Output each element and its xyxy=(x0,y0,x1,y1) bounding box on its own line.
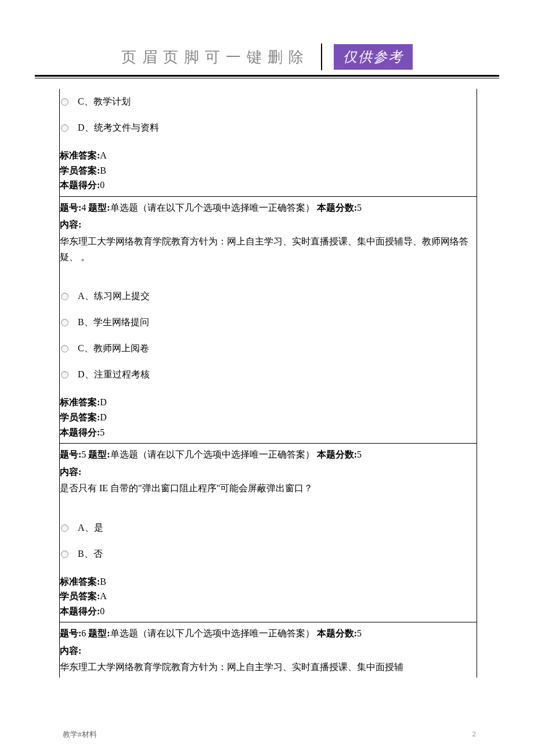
header-badge: 仅供参考 xyxy=(334,44,413,70)
std-answer-label: 标准答案: xyxy=(60,397,100,407)
option-row: A、是 xyxy=(60,515,477,541)
score-label: 本题得分: xyxy=(60,180,100,190)
stu-answer-value: B xyxy=(100,165,106,175)
question-divider xyxy=(60,622,477,622)
radio-icon[interactable] xyxy=(61,524,68,532)
question-header: 题号:4 题型:单选题（请在以下几个选项中选择唯一正确答案） 本题分数:5 xyxy=(60,198,477,215)
question-4: 题号:4 题型:单选题（请在以下几个选项中选择唯一正确答案） 本题分数:5 内容… xyxy=(60,198,477,442)
radio-icon[interactable] xyxy=(61,98,68,106)
question-divider xyxy=(60,443,477,444)
option-label: B、否 xyxy=(78,548,103,560)
q-type-value: 单选题（请在以下几个选项中选择唯一正确答案） xyxy=(110,628,315,638)
footer-left: 教学#材料 xyxy=(63,729,97,740)
header-rule-thin xyxy=(35,78,499,78)
option-row: D、统考文件与资料 xyxy=(60,115,477,141)
q-type-value: 单选题（请在以下几个选项中选择唯一正确答案） xyxy=(110,203,315,213)
options-block: A、练习网上提交 B、学生网络提问 C、教师网上阅卷 D、注重过程考核 xyxy=(60,267,477,388)
q-num-value: 4 xyxy=(81,203,86,213)
option-row: B、学生网络提问 xyxy=(60,309,477,336)
std-answer-value: D xyxy=(100,397,107,407)
question-5: 题号:5 题型:单选题（请在以下几个选项中选择唯一正确答案） 本题分数:5 内容… xyxy=(60,445,477,621)
radio-icon[interactable] xyxy=(61,550,68,558)
question-text: 华东理工大学网络教育学院教育方针为：网上自主学习、实时直播授课、集中面授辅导、教… xyxy=(60,232,477,267)
question-3-partial: C、教学计划 D、统考文件与资料 标准答案:A 学员答案:B 本题得分:0 xyxy=(60,89,477,195)
page-header: 页眉页脚可一键删除 仅供参考 xyxy=(35,44,499,70)
stu-answer-value: A xyxy=(100,591,107,601)
option-label: D、统考文件与资料 xyxy=(78,122,159,134)
question-text: 华东理工大学网络教育学院教育方针为：网上自主学习、实时直播授课、集中面授辅 xyxy=(60,658,477,677)
q-pts-label: 本题分数: xyxy=(317,203,357,213)
option-label: D、注重过程考核 xyxy=(78,369,150,381)
standard-answer: 标准答案:A xyxy=(60,148,475,163)
question-6-partial: 题号:6 题型:单选题（请在以下几个选项中选择唯一正确答案） 本题分数:5 内容… xyxy=(60,624,477,677)
content-label-row: 内容: xyxy=(60,641,477,658)
header-title: 页眉页脚可一键删除 xyxy=(121,47,309,67)
score-value: 0 xyxy=(100,180,104,190)
question-text: 是否只有 IE 自带的"弹出窗口阻止程序"可能会屏蔽弹出窗口？ xyxy=(60,479,477,498)
std-answer-label: 标准答案: xyxy=(60,577,100,586)
option-row: A、练习网上提交 xyxy=(60,283,477,309)
question-header: 题号:5 题型:单选题（请在以下几个选项中选择唯一正确答案） 本题分数:5 xyxy=(60,445,477,462)
score-line: 本题得分:0 xyxy=(60,178,475,193)
q-pts-value: 5 xyxy=(357,628,362,638)
option-label: C、教学计划 xyxy=(78,96,131,108)
q-num-value: 6 xyxy=(81,628,86,638)
student-answer: 学员答案:A xyxy=(60,589,475,604)
score-line: 本题得分:0 xyxy=(60,604,475,619)
content-label: 内容: xyxy=(60,646,81,656)
student-answer: 学员答案:D xyxy=(60,410,475,425)
radio-icon[interactable] xyxy=(61,124,68,132)
content-label-row: 内容: xyxy=(60,215,477,232)
score-value: 0 xyxy=(100,606,104,616)
score-line: 本题得分:5 xyxy=(60,425,475,440)
option-label: A、是 xyxy=(78,522,103,534)
score-label: 本题得分: xyxy=(60,606,100,616)
radio-icon[interactable] xyxy=(61,293,68,300)
stu-answer-label: 学员答案: xyxy=(60,165,100,175)
content-area: C、教学计划 D、统考文件与资料 标准答案:A 学员答案:B 本题得分:0 题号… xyxy=(59,89,477,678)
option-label: A、练习网上提交 xyxy=(78,290,150,303)
std-answer-value: A xyxy=(100,150,107,160)
content-label: 内容: xyxy=(60,467,81,477)
q-type-label: 题型: xyxy=(88,449,110,459)
radio-icon[interactable] xyxy=(61,319,68,326)
stu-answer-label: 学员答案: xyxy=(60,591,100,601)
q-pts-value: 5 xyxy=(357,449,362,459)
std-answer-value: B xyxy=(100,577,106,586)
content-label-row: 内容: xyxy=(60,462,477,480)
q-num-label: 题号: xyxy=(60,449,81,459)
score-label: 本题得分: xyxy=(60,427,100,437)
q-pts-label: 本题分数: xyxy=(317,628,357,638)
answer-block: 标准答案:D 学员答案:D 本题得分:5 xyxy=(60,388,477,442)
q-type-label: 题型: xyxy=(88,628,110,638)
stu-answer-label: 学员答案: xyxy=(60,412,100,422)
student-answer: 学员答案:B xyxy=(60,163,475,178)
question-header: 题号:6 题型:单选题（请在以下几个选项中选择唯一正确答案） 本题分数:5 xyxy=(60,624,477,641)
page-number: 2 xyxy=(472,729,477,740)
radio-icon[interactable] xyxy=(61,345,68,352)
option-label: B、学生网络提问 xyxy=(78,316,149,329)
document-page: 页眉页脚可一键删除 仅供参考 C、教学计划 D、统考文件与资料 标准答案:A 学… xyxy=(0,0,534,756)
standard-answer: 标准答案:B xyxy=(60,574,475,589)
q-type-label: 题型: xyxy=(88,203,110,213)
q-type-value: 单选题（请在以下几个选项中选择唯一正确答案） xyxy=(110,449,315,459)
radio-icon[interactable] xyxy=(61,371,68,379)
q-pts-label: 本题分数: xyxy=(317,449,357,459)
option-row: C、教学计划 xyxy=(60,89,477,115)
q-num-label: 题号: xyxy=(60,203,81,213)
header-divider xyxy=(321,44,322,70)
q-pts-value: 5 xyxy=(357,203,362,213)
option-row: C、教师网上阅卷 xyxy=(60,336,477,362)
q-num-label: 题号: xyxy=(60,628,81,638)
option-row: D、注重过程考核 xyxy=(60,362,477,388)
q-num-value: 5 xyxy=(81,449,86,459)
header-rule-thick xyxy=(35,75,499,77)
standard-answer: 标准答案:D xyxy=(60,395,475,410)
std-answer-label: 标准答案: xyxy=(60,150,100,160)
option-label: C、教师网上阅卷 xyxy=(78,343,149,355)
score-value: 5 xyxy=(100,427,104,437)
option-row: B、否 xyxy=(60,541,477,567)
page-footer: 教学#材料 2 xyxy=(63,729,476,740)
answer-block: 标准答案:A 学员答案:B 本题得分:0 xyxy=(60,141,477,195)
answer-block: 标准答案:B 学员答案:A 本题得分:0 xyxy=(60,567,477,621)
